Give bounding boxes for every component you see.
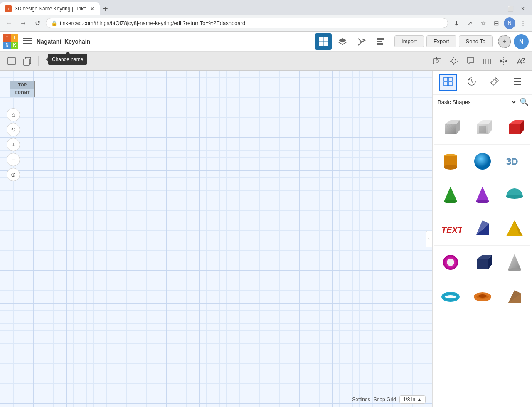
- hamburger-menu-btn[interactable]: [22, 35, 33, 48]
- panel-tools-btn[interactable]: [486, 74, 503, 91]
- tools-icon: [490, 76, 500, 86]
- view-cube[interactable]: TOP FRONT: [10, 81, 35, 97]
- shape-torus-magenta[interactable]: [434, 246, 466, 279]
- new-object-btn[interactable]: [5, 54, 18, 68]
- send-to-btn[interactable]: Send To: [459, 35, 493, 47]
- svg-point-66: [506, 195, 523, 199]
- settings-label[interactable]: Settings: [352, 397, 370, 402]
- inspector-btn[interactable]: [353, 33, 370, 50]
- shape-pyramid[interactable]: [498, 212, 530, 245]
- add-user-btn[interactable]: +: [498, 35, 511, 48]
- svg-rect-33: [444, 82, 448, 86]
- svg-rect-23: [483, 59, 491, 64]
- camera-view-btn[interactable]: [431, 54, 444, 68]
- tinkercad-logo[interactable]: T I N K: [3, 34, 18, 49]
- search-icon[interactable]: 🔍: [520, 97, 529, 106]
- tab-close-btn[interactable]: ✕: [90, 5, 95, 12]
- cone-gray-icon: [503, 251, 526, 274]
- tab-title: 3D design Name Keyring | Tinke: [15, 6, 86, 12]
- canvas-container[interactable]: TOP FRONT ⌂ ↻ + − ⊕ › Settings Snap Grid…: [0, 71, 432, 407]
- active-tab[interactable]: T 3D design Name Keyring | Tinke ✕: [0, 2, 100, 15]
- shape-cylinder[interactable]: [434, 145, 466, 178]
- header-right: Import Export Send To + N: [315, 33, 529, 50]
- import-btn[interactable]: Import: [394, 35, 424, 47]
- forward-btn[interactable]: →: [17, 17, 29, 29]
- view-3d-btn[interactable]: [315, 33, 332, 50]
- shapes-grid: 3D 3D: [433, 109, 532, 407]
- view-front[interactable]: FRONT: [10, 89, 35, 97]
- svg-rect-34: [448, 82, 452, 86]
- shape-cone-purple[interactable]: [466, 178, 498, 212]
- half-sphere-icon: [503, 183, 526, 207]
- svg-rect-10: [8, 57, 15, 65]
- mirror-btn[interactable]: [497, 54, 510, 68]
- zoom-out-btn[interactable]: −: [7, 153, 20, 166]
- svg-text:TEXT: TEXT: [441, 225, 462, 234]
- shape-sphere[interactable]: [466, 145, 498, 178]
- ring-orange-icon: [471, 284, 494, 308]
- project-name[interactable]: Nagatani_Keychain: [37, 38, 90, 45]
- speech-bubble-btn[interactable]: [464, 54, 477, 68]
- window-minimize-btn[interactable]: —: [492, 3, 504, 15]
- fit-view-btn[interactable]: ⊕: [7, 168, 20, 181]
- toolbar-sep1: [38, 56, 39, 66]
- shape-ring-orange[interactable]: [466, 279, 498, 313]
- svg-marker-53: [509, 124, 520, 134]
- panel-menu-btn[interactable]: [509, 74, 526, 91]
- wedge-navy-icon: [471, 217, 494, 240]
- shape-cone-green[interactable]: [434, 178, 466, 212]
- canvas-controls: ⌂ ↻ + − ⊕: [7, 108, 20, 181]
- back-btn[interactable]: ←: [3, 17, 15, 29]
- svg-rect-31: [444, 77, 448, 81]
- svg-point-65: [476, 200, 489, 203]
- shape-btn[interactable]: [480, 54, 494, 68]
- window-close-btn[interactable]: ✕: [517, 3, 529, 15]
- shape-box-dark-navy[interactable]: [466, 246, 498, 279]
- user-avatar[interactable]: N: [514, 34, 529, 49]
- shape-half-sphere[interactable]: [498, 178, 530, 212]
- shape-text3d[interactable]: 3D 3D: [498, 145, 530, 178]
- shape-wedge-navy[interactable]: [466, 212, 498, 245]
- sphere-icon: [471, 150, 494, 173]
- new-tab-btn[interactable]: +: [100, 2, 111, 15]
- nav-actions: ⬇ ↗ ☆ ⊟ N ⋮: [451, 17, 529, 29]
- shape-cube-red[interactable]: [498, 111, 530, 144]
- light-btn[interactable]: [447, 54, 461, 68]
- address-bar[interactable]: 🔒 tinkercad.com/things/btQiZ8jcy8j-name-…: [46, 18, 448, 28]
- shape-cone-gray[interactable]: [498, 246, 530, 279]
- tab-search-btn[interactable]: ⊟: [490, 17, 502, 29]
- export-btn[interactable]: Export: [426, 35, 456, 47]
- layers-btn[interactable]: [334, 33, 351, 50]
- measure-btn[interactable]: [514, 54, 527, 68]
- shape-text[interactable]: TEXT: [434, 212, 466, 245]
- text-icon: TEXT: [439, 217, 462, 240]
- shape-box-hollow[interactable]: [466, 111, 498, 144]
- shape-box-solid[interactable]: [434, 111, 466, 144]
- profile-btn[interactable]: N: [504, 17, 515, 29]
- reload-btn[interactable]: ↺: [32, 17, 43, 29]
- snap-value-text: 1/8 in: [403, 397, 415, 402]
- snap-grid-value[interactable]: 1/8 in ▲: [399, 395, 426, 404]
- torus-teal-icon: [439, 284, 462, 308]
- zoom-in-btn[interactable]: +: [7, 138, 20, 151]
- shapes-category-select[interactable]: Basic Shapes: [436, 99, 517, 106]
- svg-point-83: [478, 294, 487, 298]
- share-btn[interactable]: ↗: [464, 17, 475, 29]
- view-top[interactable]: TOP: [10, 81, 35, 89]
- panel-history-btn[interactable]: [463, 74, 480, 91]
- grid-3d-icon: [319, 37, 328, 46]
- rotate-view-btn[interactable]: ↻: [7, 123, 20, 136]
- panel-grid-view-btn[interactable]: [439, 74, 457, 91]
- copy-icon: [23, 57, 32, 66]
- shape-wedge-brown[interactable]: [498, 279, 530, 313]
- codeblocks-btn[interactable]: [372, 33, 389, 50]
- copy-btn[interactable]: [21, 54, 34, 68]
- download-btn[interactable]: ⬇: [451, 17, 462, 29]
- shape-torus-teal[interactable]: [434, 279, 466, 313]
- menu-btn[interactable]: ⋮: [517, 17, 529, 29]
- window-maximize-btn[interactable]: ⬜: [505, 3, 516, 15]
- svg-text:3D: 3D: [506, 156, 518, 167]
- panel-collapse-btn[interactable]: ›: [426, 231, 432, 247]
- bookmark-btn[interactable]: ☆: [477, 17, 489, 29]
- home-view-btn[interactable]: ⌂: [7, 108, 20, 121]
